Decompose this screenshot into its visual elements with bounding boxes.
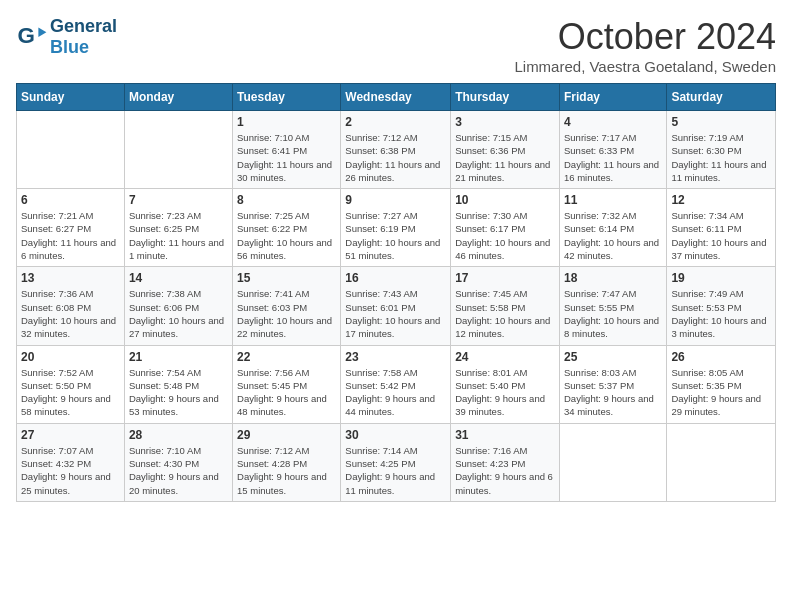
calendar-cell: 25Sunrise: 8:03 AM Sunset: 5:37 PM Dayli…	[559, 345, 666, 423]
calendar-cell: 9Sunrise: 7:27 AM Sunset: 6:19 PM Daylig…	[341, 189, 451, 267]
calendar-cell: 14Sunrise: 7:38 AM Sunset: 6:06 PM Dayli…	[124, 267, 232, 345]
day-detail: Sunrise: 7:32 AM Sunset: 6:14 PM Dayligh…	[564, 209, 662, 262]
day-detail: Sunrise: 7:54 AM Sunset: 5:48 PM Dayligh…	[129, 366, 228, 419]
day-number: 29	[237, 428, 336, 442]
day-detail: Sunrise: 8:03 AM Sunset: 5:37 PM Dayligh…	[564, 366, 662, 419]
calendar-cell: 28Sunrise: 7:10 AM Sunset: 4:30 PM Dayli…	[124, 423, 232, 501]
day-detail: Sunrise: 7:15 AM Sunset: 6:36 PM Dayligh…	[455, 131, 555, 184]
calendar-cell: 11Sunrise: 7:32 AM Sunset: 6:14 PM Dayli…	[559, 189, 666, 267]
day-number: 17	[455, 271, 555, 285]
day-detail: Sunrise: 7:16 AM Sunset: 4:23 PM Dayligh…	[455, 444, 555, 497]
calendar-cell: 3Sunrise: 7:15 AM Sunset: 6:36 PM Daylig…	[451, 111, 560, 189]
title-block: October 2024 Limmared, Vaestra Goetaland…	[514, 16, 776, 75]
weekday-header-row: SundayMondayTuesdayWednesdayThursdayFrid…	[17, 84, 776, 111]
calendar-cell: 1Sunrise: 7:10 AM Sunset: 6:41 PM Daylig…	[233, 111, 341, 189]
day-detail: Sunrise: 7:10 AM Sunset: 4:30 PM Dayligh…	[129, 444, 228, 497]
calendar-cell: 26Sunrise: 8:05 AM Sunset: 5:35 PM Dayli…	[667, 345, 776, 423]
day-number: 28	[129, 428, 228, 442]
month-title: October 2024	[514, 16, 776, 58]
day-detail: Sunrise: 7:07 AM Sunset: 4:32 PM Dayligh…	[21, 444, 120, 497]
weekday-header-saturday: Saturday	[667, 84, 776, 111]
calendar-cell: 6Sunrise: 7:21 AM Sunset: 6:27 PM Daylig…	[17, 189, 125, 267]
day-number: 7	[129, 193, 228, 207]
calendar-cell: 8Sunrise: 7:25 AM Sunset: 6:22 PM Daylig…	[233, 189, 341, 267]
calendar-cell: 5Sunrise: 7:19 AM Sunset: 6:30 PM Daylig…	[667, 111, 776, 189]
svg-marker-2	[38, 27, 46, 37]
logo-blue-text: Blue	[50, 37, 89, 57]
day-detail: Sunrise: 7:30 AM Sunset: 6:17 PM Dayligh…	[455, 209, 555, 262]
day-number: 30	[345, 428, 446, 442]
day-number: 24	[455, 350, 555, 364]
calendar-cell: 15Sunrise: 7:41 AM Sunset: 6:03 PM Dayli…	[233, 267, 341, 345]
calendar-cell: 24Sunrise: 8:01 AM Sunset: 5:40 PM Dayli…	[451, 345, 560, 423]
calendar-cell: 31Sunrise: 7:16 AM Sunset: 4:23 PM Dayli…	[451, 423, 560, 501]
day-number: 25	[564, 350, 662, 364]
day-detail: Sunrise: 7:21 AM Sunset: 6:27 PM Dayligh…	[21, 209, 120, 262]
day-number: 6	[21, 193, 120, 207]
calendar-week-row: 27Sunrise: 7:07 AM Sunset: 4:32 PM Dayli…	[17, 423, 776, 501]
weekday-header-tuesday: Tuesday	[233, 84, 341, 111]
calendar-cell: 29Sunrise: 7:12 AM Sunset: 4:28 PM Dayli…	[233, 423, 341, 501]
calendar-cell: 23Sunrise: 7:58 AM Sunset: 5:42 PM Dayli…	[341, 345, 451, 423]
day-detail: Sunrise: 7:38 AM Sunset: 6:06 PM Dayligh…	[129, 287, 228, 340]
calendar-cell: 10Sunrise: 7:30 AM Sunset: 6:17 PM Dayli…	[451, 189, 560, 267]
logo-general-text: General	[50, 16, 117, 36]
day-number: 22	[237, 350, 336, 364]
day-number: 4	[564, 115, 662, 129]
calendar-cell: 7Sunrise: 7:23 AM Sunset: 6:25 PM Daylig…	[124, 189, 232, 267]
calendar-cell: 12Sunrise: 7:34 AM Sunset: 6:11 PM Dayli…	[667, 189, 776, 267]
calendar-cell: 30Sunrise: 7:14 AM Sunset: 4:25 PM Dayli…	[341, 423, 451, 501]
day-number: 20	[21, 350, 120, 364]
day-detail: Sunrise: 7:36 AM Sunset: 6:08 PM Dayligh…	[21, 287, 120, 340]
calendar-cell: 18Sunrise: 7:47 AM Sunset: 5:55 PM Dayli…	[559, 267, 666, 345]
day-number: 31	[455, 428, 555, 442]
day-number: 8	[237, 193, 336, 207]
day-detail: Sunrise: 7:43 AM Sunset: 6:01 PM Dayligh…	[345, 287, 446, 340]
calendar-week-row: 6Sunrise: 7:21 AM Sunset: 6:27 PM Daylig…	[17, 189, 776, 267]
weekday-header-wednesday: Wednesday	[341, 84, 451, 111]
day-number: 14	[129, 271, 228, 285]
day-number: 16	[345, 271, 446, 285]
day-number: 26	[671, 350, 771, 364]
day-detail: Sunrise: 7:27 AM Sunset: 6:19 PM Dayligh…	[345, 209, 446, 262]
weekday-header-thursday: Thursday	[451, 84, 560, 111]
location-title: Limmared, Vaestra Goetaland, Sweden	[514, 58, 776, 75]
calendar-cell	[17, 111, 125, 189]
page-header: G General Blue October 2024 Limmared, Va…	[16, 16, 776, 75]
calendar-week-row: 1Sunrise: 7:10 AM Sunset: 6:41 PM Daylig…	[17, 111, 776, 189]
logo: G General Blue	[16, 16, 117, 58]
day-detail: Sunrise: 7:47 AM Sunset: 5:55 PM Dayligh…	[564, 287, 662, 340]
day-detail: Sunrise: 7:12 AM Sunset: 6:38 PM Dayligh…	[345, 131, 446, 184]
day-detail: Sunrise: 7:52 AM Sunset: 5:50 PM Dayligh…	[21, 366, 120, 419]
calendar-cell: 4Sunrise: 7:17 AM Sunset: 6:33 PM Daylig…	[559, 111, 666, 189]
day-number: 21	[129, 350, 228, 364]
weekday-header-monday: Monday	[124, 84, 232, 111]
calendar-cell: 2Sunrise: 7:12 AM Sunset: 6:38 PM Daylig…	[341, 111, 451, 189]
day-number: 5	[671, 115, 771, 129]
day-number: 23	[345, 350, 446, 364]
calendar-cell: 19Sunrise: 7:49 AM Sunset: 5:53 PM Dayli…	[667, 267, 776, 345]
calendar-cell	[124, 111, 232, 189]
day-number: 18	[564, 271, 662, 285]
day-detail: Sunrise: 7:41 AM Sunset: 6:03 PM Dayligh…	[237, 287, 336, 340]
calendar-week-row: 20Sunrise: 7:52 AM Sunset: 5:50 PM Dayli…	[17, 345, 776, 423]
calendar-cell: 21Sunrise: 7:54 AM Sunset: 5:48 PM Dayli…	[124, 345, 232, 423]
day-number: 9	[345, 193, 446, 207]
day-number: 27	[21, 428, 120, 442]
calendar-cell: 20Sunrise: 7:52 AM Sunset: 5:50 PM Dayli…	[17, 345, 125, 423]
day-detail: Sunrise: 7:34 AM Sunset: 6:11 PM Dayligh…	[671, 209, 771, 262]
day-number: 15	[237, 271, 336, 285]
day-detail: Sunrise: 7:56 AM Sunset: 5:45 PM Dayligh…	[237, 366, 336, 419]
day-detail: Sunrise: 7:45 AM Sunset: 5:58 PM Dayligh…	[455, 287, 555, 340]
day-number: 19	[671, 271, 771, 285]
day-detail: Sunrise: 7:12 AM Sunset: 4:28 PM Dayligh…	[237, 444, 336, 497]
calendar-cell: 16Sunrise: 7:43 AM Sunset: 6:01 PM Dayli…	[341, 267, 451, 345]
day-detail: Sunrise: 8:05 AM Sunset: 5:35 PM Dayligh…	[671, 366, 771, 419]
day-number: 2	[345, 115, 446, 129]
weekday-header-friday: Friday	[559, 84, 666, 111]
day-detail: Sunrise: 7:25 AM Sunset: 6:22 PM Dayligh…	[237, 209, 336, 262]
day-number: 13	[21, 271, 120, 285]
logo-icon: G	[16, 21, 48, 53]
calendar-cell	[559, 423, 666, 501]
day-number: 1	[237, 115, 336, 129]
